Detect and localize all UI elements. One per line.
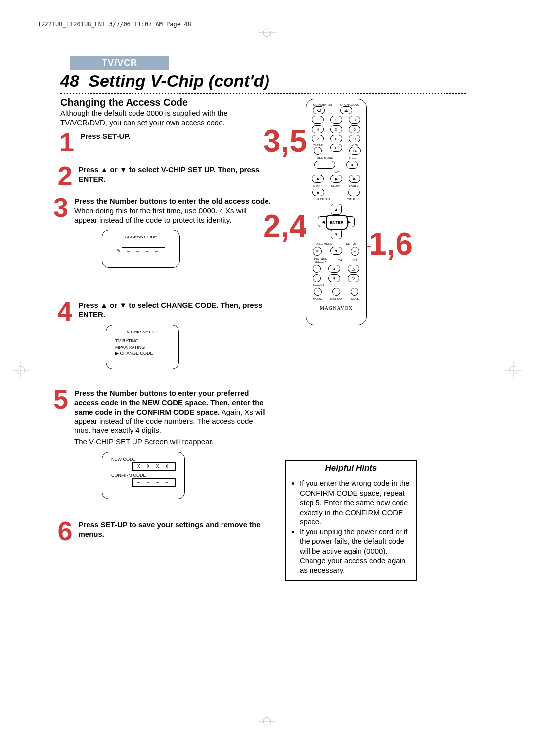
osd-item: ▶ CHANGE CODE: [115, 350, 170, 357]
osd-title: – V-CHIP SET UP –: [115, 329, 170, 335]
osd-label: NEW CODE: [111, 456, 176, 463]
step-number: 2: [53, 160, 72, 191]
step-bold: Press ▲ or ▼ to select V-CHIP SET UP. Th…: [78, 165, 259, 183]
step-bold: Press SET-UP to save your settings and r…: [79, 520, 261, 538]
label: OPEN/CLOSE: [340, 103, 360, 106]
clear-button: [314, 147, 322, 155]
osd-value: X X X X: [132, 462, 176, 471]
page-title-row: 48 Setting V-Chip (cont'd): [60, 71, 269, 91]
label: DISPLAY: [330, 297, 343, 300]
label: TITLE: [347, 198, 355, 201]
step-number: 4: [53, 296, 72, 327]
hints-title: Helpful Hints: [286, 461, 416, 475]
picture-button: [313, 265, 321, 273]
label: PAUSE: [349, 184, 359, 187]
helpful-hints-box: Helpful Hints If you enter the wrong cod…: [285, 460, 417, 581]
remote-brand: MAGNAVOX: [306, 305, 366, 311]
section-heading: Changing the Access Code: [60, 97, 188, 108]
callout-3-5: 3,5: [263, 123, 307, 159]
step-3: 3 Press the Number buttons to enter the …: [53, 192, 271, 268]
step-6: 6 Press SET-UP to save your settings and…: [53, 516, 271, 546]
label: SET UP: [346, 242, 357, 245]
num-button: 5: [330, 125, 342, 133]
discmenu-button: ≡: [313, 247, 322, 256]
label: REC: [349, 156, 356, 159]
align-mark-left: [12, 361, 30, 381]
step-extra: The V-CHIP SET UP Screen will reappear.: [74, 437, 271, 447]
label: PLAY: [333, 170, 340, 173]
ch-down-button: ▼: [328, 274, 340, 282]
openclose-button: ⏏: [340, 106, 352, 114]
section-badge: TV/VCR: [70, 56, 169, 70]
callout-1-6: 1,6: [369, 226, 413, 262]
num-button: 7: [312, 135, 324, 142]
label: MUTE: [351, 297, 359, 300]
num-button: 4: [312, 125, 324, 133]
title-underline: [60, 93, 466, 94]
rew-button: ⏮: [312, 175, 324, 183]
plus10-button: +10: [349, 147, 361, 155]
align-mark-right: [504, 361, 522, 381]
label: CLEAR: [312, 144, 323, 147]
osd-value: – – – –: [122, 247, 165, 256]
num-button: 6: [349, 125, 360, 133]
label: STOP: [313, 184, 321, 187]
osd-title: ACCESS CODE: [111, 234, 171, 240]
label: MODE: [313, 297, 322, 300]
label: +100: [349, 144, 360, 147]
step-bold: Press ▲ or ▼ to select CHANGE CODE. Then…: [78, 301, 262, 319]
vol-up-button: △: [348, 265, 359, 273]
intro-text: Although the default code 0000 is suppli…: [60, 109, 238, 128]
ch-up-button: ▲: [328, 265, 340, 273]
step-number: 5: [53, 384, 68, 415]
label: VOL: [352, 259, 358, 262]
hint-item: If you enter the wrong code in the CONFI…: [300, 478, 411, 527]
num-button: 2: [330, 116, 342, 124]
standby-button: ⏻: [313, 106, 325, 114]
step-5: 5 Press the Number buttons to enter your…: [53, 384, 271, 499]
osd-label: CONFIRM CODE: [111, 472, 176, 479]
mode-button: [314, 288, 322, 296]
page-number: 48: [60, 71, 79, 90]
enter-button: ENTER: [326, 215, 348, 230]
dpad: ▲ ▼ ◀ ▶ ENTER: [306, 204, 366, 239]
crop-mark-top: [258, 24, 276, 44]
step-1: 1 Press SET-UP.: [53, 127, 271, 157]
num-button: 3: [349, 116, 360, 124]
dpad-down-2: ▼: [330, 247, 342, 255]
label: REC MODE: [317, 156, 333, 159]
dpad-up: ▲: [331, 204, 342, 215]
hint-item: If you unplug the power cord or if the p…: [300, 527, 411, 575]
label: RETURN: [317, 198, 330, 201]
pause-button: ⏸: [348, 189, 360, 196]
num-button: 8: [330, 135, 342, 142]
page-title: Setting V-Chip (cont'd): [89, 71, 269, 90]
osd-item: MPAA RATING: [115, 344, 170, 351]
stop-button: ■: [312, 189, 324, 196]
step-number: 3: [53, 192, 68, 223]
num-button: 1: [312, 116, 324, 124]
recmode-button: [314, 161, 335, 169]
label: STANDBY-ON: [313, 103, 333, 106]
select-button: [313, 274, 321, 282]
osd-new-code: NEW CODE X X X X CONFIRM CODE – – – –: [102, 452, 185, 499]
label: DISC MENU: [316, 242, 333, 245]
vol-down-button: ▽: [348, 274, 359, 282]
label: CH: [338, 259, 342, 262]
label: SLOW: [331, 184, 340, 187]
crop-mark-bottom: [258, 712, 276, 732]
step-number: 6: [53, 516, 73, 546]
osd-access-code: ACCESS CODE ✎ – – – –: [102, 230, 180, 268]
label: PICTURE /SLEEP: [314, 257, 327, 263]
label: SELECT: [313, 284, 366, 286]
dpad-down: ▼: [331, 229, 342, 239]
osd-value: – – – –: [132, 478, 176, 487]
step-4: 4 Press ▲ or ▼ to select CHANGE CODE. Th…: [53, 296, 271, 369]
setup-button: ↪: [351, 247, 359, 256]
osd-item: TV RATING: [115, 338, 170, 344]
ff-button: ⏭: [349, 175, 360, 183]
step-rest: When doing this for the first time, use …: [74, 206, 247, 224]
step-bold: Press the Number buttons to enter the ol…: [74, 197, 271, 205]
print-header: T2221UB_T1201UB_EN1 3/7/06 11:07 AM Page…: [38, 21, 191, 28]
callout-2-4: 2,4: [263, 208, 307, 244]
